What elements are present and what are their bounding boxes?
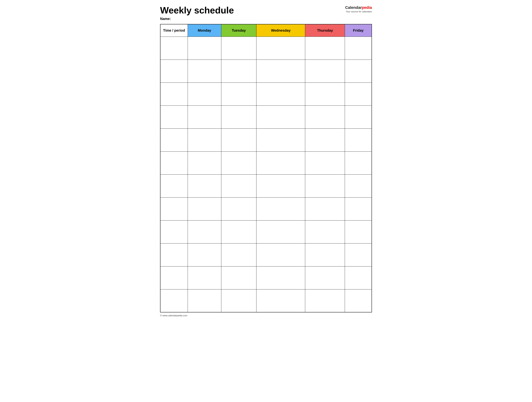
- day-cell[interactable]: [256, 266, 305, 289]
- header: Weekly schedule Name: Calendarpedia Your…: [160, 5, 372, 21]
- col-header-tuesday: Tuesday: [221, 24, 256, 37]
- logo-tagline: Your source for calendars: [346, 10, 372, 13]
- time-cell[interactable]: [160, 243, 188, 266]
- day-cell[interactable]: [345, 105, 372, 129]
- day-cell[interactable]: [221, 129, 256, 151]
- day-cell[interactable]: [188, 289, 221, 312]
- day-cell[interactable]: [345, 59, 372, 83]
- day-cell[interactable]: [345, 197, 372, 220]
- time-cell[interactable]: [160, 266, 188, 289]
- time-cell[interactable]: [160, 151, 188, 175]
- day-cell[interactable]: [256, 220, 305, 243]
- day-cell[interactable]: [221, 151, 256, 175]
- day-cell[interactable]: [221, 197, 256, 220]
- time-cell[interactable]: [160, 197, 188, 220]
- time-cell[interactable]: [160, 220, 188, 243]
- day-cell[interactable]: [256, 129, 305, 151]
- day-cell[interactable]: [221, 266, 256, 289]
- day-cell[interactable]: [188, 37, 221, 59]
- day-cell[interactable]: [305, 289, 345, 312]
- col-header-wednesday: Wednesday: [256, 24, 305, 37]
- time-cell[interactable]: [160, 83, 188, 105]
- logo-calendar: Calendar: [345, 5, 362, 10]
- day-cell[interactable]: [256, 59, 305, 83]
- day-cell[interactable]: [305, 266, 345, 289]
- day-cell[interactable]: [221, 83, 256, 105]
- day-cell[interactable]: [345, 129, 372, 151]
- col-header-friday: Friday: [345, 24, 372, 37]
- time-cell[interactable]: [160, 129, 188, 151]
- table-row: [160, 37, 372, 59]
- day-cell[interactable]: [305, 59, 345, 83]
- day-cell[interactable]: [221, 37, 256, 59]
- day-cell[interactable]: [221, 220, 256, 243]
- day-cell[interactable]: [305, 243, 345, 266]
- day-cell[interactable]: [345, 83, 372, 105]
- day-cell[interactable]: [221, 243, 256, 266]
- logo-text: Calendarpedia: [345, 5, 372, 10]
- table-row: [160, 243, 372, 266]
- day-cell[interactable]: [221, 105, 256, 129]
- day-cell[interactable]: [188, 220, 221, 243]
- day-cell[interactable]: [345, 175, 372, 197]
- day-cell[interactable]: [188, 83, 221, 105]
- day-cell[interactable]: [188, 197, 221, 220]
- table-row: [160, 197, 372, 220]
- day-cell[interactable]: [188, 175, 221, 197]
- day-cell[interactable]: [345, 243, 372, 266]
- day-cell[interactable]: [305, 83, 345, 105]
- title-section: Weekly schedule Name:: [160, 5, 234, 21]
- day-cell[interactable]: [305, 151, 345, 175]
- day-cell[interactable]: [345, 37, 372, 59]
- day-cell[interactable]: [221, 175, 256, 197]
- time-cell[interactable]: [160, 289, 188, 312]
- day-cell[interactable]: [345, 289, 372, 312]
- day-cell[interactable]: [256, 37, 305, 59]
- table-row: [160, 289, 372, 312]
- day-cell[interactable]: [345, 266, 372, 289]
- table-row: [160, 220, 372, 243]
- col-header-monday: Monday: [188, 24, 221, 37]
- table-row: [160, 129, 372, 151]
- table-row: [160, 175, 372, 197]
- day-cell[interactable]: [305, 197, 345, 220]
- day-cell[interactable]: [256, 83, 305, 105]
- day-cell[interactable]: [221, 59, 256, 83]
- day-cell[interactable]: [188, 105, 221, 129]
- day-cell[interactable]: [256, 175, 305, 197]
- day-cell[interactable]: [256, 151, 305, 175]
- day-cell[interactable]: [221, 289, 256, 312]
- day-cell[interactable]: [256, 105, 305, 129]
- header-row: Time / period Monday Tuesday Wednesday T…: [160, 24, 372, 37]
- table-row: [160, 266, 372, 289]
- day-cell[interactable]: [188, 129, 221, 151]
- day-cell[interactable]: [188, 151, 221, 175]
- day-cell[interactable]: [305, 220, 345, 243]
- day-cell[interactable]: [188, 59, 221, 83]
- day-cell[interactable]: [256, 243, 305, 266]
- table-row: [160, 59, 372, 83]
- day-cell[interactable]: [256, 197, 305, 220]
- time-cell[interactable]: [160, 105, 188, 129]
- day-cell[interactable]: [188, 266, 221, 289]
- day-cell[interactable]: [305, 129, 345, 151]
- page-wrapper: Weekly schedule Name: Calendarpedia Your…: [160, 5, 372, 317]
- table-row: [160, 151, 372, 175]
- day-cell[interactable]: [188, 243, 221, 266]
- time-cell[interactable]: [160, 59, 188, 83]
- day-cell[interactable]: [305, 175, 345, 197]
- time-cell[interactable]: [160, 175, 188, 197]
- day-cell[interactable]: [256, 289, 305, 312]
- footer-url: © www.calendarpedia.com: [160, 314, 187, 317]
- time-cell[interactable]: [160, 37, 188, 59]
- col-header-time: Time / period: [160, 24, 188, 37]
- page-title: Weekly schedule: [160, 5, 234, 15]
- day-cell[interactable]: [305, 37, 345, 59]
- col-header-thursday: Thursday: [305, 24, 345, 37]
- table-row: [160, 105, 372, 129]
- day-cell[interactable]: [305, 105, 345, 129]
- name-label: Name:: [160, 17, 234, 21]
- table-row: [160, 83, 372, 105]
- day-cell[interactable]: [345, 220, 372, 243]
- day-cell[interactable]: [345, 151, 372, 175]
